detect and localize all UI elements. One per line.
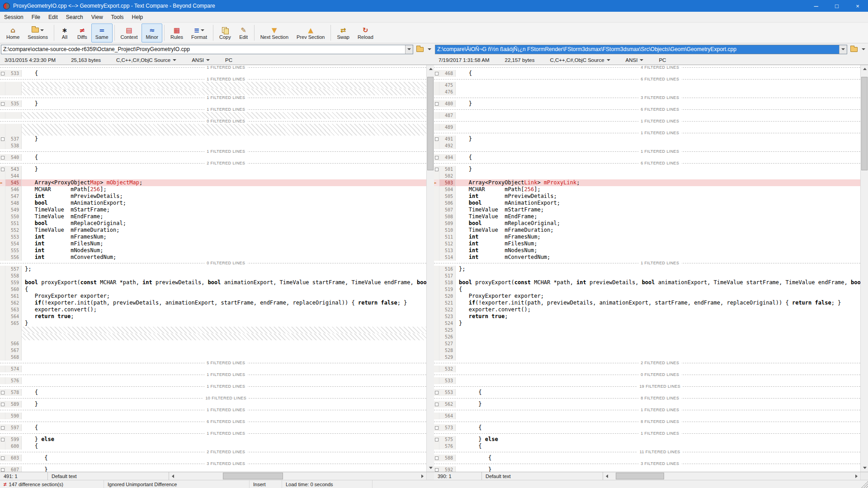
right-vertical-scrollbar[interactable]	[860, 65, 868, 472]
code-line[interactable]: 599 } else	[0, 436, 426, 443]
filtered-lines-separator[interactable]: 1 FILTERED LINES	[0, 95, 426, 100]
filtered-lines-separator[interactable]: 3 FILTERED LINES	[434, 461, 860, 466]
reload-button[interactable]: ↻Reload	[354, 23, 377, 42]
filtered-lines-separator[interactable]: 0 FILTERED LINES	[0, 119, 426, 124]
code-line[interactable]: 590	[0, 413, 426, 419]
code-line[interactable]: 487	[434, 112, 860, 119]
code-line[interactable]: 503 Array<ProxyObjectLink> mProxyLink;	[434, 179, 860, 186]
scroll-right-icon[interactable]	[419, 472, 426, 480]
filtered-lines-separator[interactable]: 6 FILTERED LINES	[434, 77, 860, 82]
code-line[interactable]: 597 {	[0, 424, 426, 431]
filtered-lines-separator[interactable]: 1 FILTERED LINES	[0, 372, 426, 377]
code-line[interactable]: 544	[0, 173, 426, 179]
scroll-left-icon[interactable]	[603, 472, 611, 480]
menu-item-view[interactable]: View	[87, 13, 107, 22]
code-line[interactable]: 508 TimeValue mEndFrame;	[434, 213, 860, 220]
filtered-lines-separator[interactable]: 1 FILTERED LINES	[434, 431, 860, 436]
code-line[interactable]: 535 }	[0, 100, 426, 107]
code-line[interactable]: 532	[434, 366, 860, 372]
code-line[interactable]: 507 TimeValue mStartFrame;	[434, 206, 860, 213]
code-line[interactable]: 575 } else	[434, 436, 860, 443]
filtered-lines-separator[interactable]: 2 FILTERED LINES	[0, 450, 426, 455]
right-path-input[interactable]	[435, 45, 839, 54]
code-line[interactable]: 588 {	[434, 455, 860, 461]
code-line[interactable]: 480 }	[434, 100, 860, 107]
next-section-button[interactable]: ▼Next Section	[256, 23, 292, 42]
filtered-lines-separator[interactable]: 1 FILTERED LINES	[434, 261, 860, 266]
filtered-lines-separator[interactable]: 4 FILTERED LINES	[434, 65, 860, 70]
code-line[interactable]: 551 bool mReplaceOriginal;	[0, 220, 426, 227]
left-horizontal-scrollbar[interactable]	[169, 472, 426, 480]
code-line[interactable]: 554 int mFilesNum;	[0, 240, 426, 247]
code-line[interactable]: 576 {	[434, 443, 860, 450]
menu-item-session[interactable]: Session	[0, 13, 28, 22]
code-line[interactable]: 563 exporter.convert();	[0, 306, 426, 313]
code-line[interactable]: 502	[434, 173, 860, 179]
code-line[interactable]: 547 int mPreviewDetails;	[0, 193, 426, 200]
code-line[interactable]: 526	[434, 333, 860, 340]
context-button[interactable]: ▤Context	[117, 23, 142, 42]
right-path-dropdown-icon[interactable]	[839, 45, 847, 54]
right-code-pane[interactable]: 4 FILTERED LINES468 {6 FILTERED LINES475…	[434, 65, 860, 472]
code-line[interactable]: 553 {	[434, 389, 860, 396]
code-line[interactable]: 553 int mFramesNum;	[0, 234, 426, 240]
code-line[interactable]: 556 int mConvertedNum;	[0, 254, 426, 261]
code-line[interactable]: 533	[434, 377, 860, 384]
scroll-right-icon[interactable]	[853, 472, 860, 480]
maximize-button[interactable]: □	[826, 0, 847, 12]
filtered-lines-separator[interactable]: 11 FILTERED LINES	[434, 450, 860, 455]
code-line[interactable]: 509 bool mReplaceOriginal;	[434, 220, 860, 227]
right-scroll-thumb[interactable]	[861, 77, 868, 171]
right-hscroll-thumb[interactable]	[616, 473, 664, 479]
filtered-lines-separator[interactable]: 1 FILTERED LINES	[434, 149, 860, 154]
left-browse-caret-icon[interactable]	[427, 45, 432, 54]
code-line[interactable]: 520 ProxyExporter exporter;	[434, 293, 860, 300]
code-line[interactable]: 568	[0, 354, 426, 361]
home-button[interactable]: ⌂Home	[2, 23, 24, 42]
code-line[interactable]: 565}	[0, 320, 426, 327]
filtered-lines-separator[interactable]: 1 FILTERED LINES	[0, 65, 426, 70]
scroll-down-icon[interactable]	[427, 464, 434, 472]
code-line[interactable]: 523 return true;	[434, 313, 860, 320]
code-line[interactable]: 468 {	[434, 70, 860, 77]
left-code-pane[interactable]: 1 FILTERED LINES533 {1 FILTERED LINES1 F…	[0, 65, 426, 472]
diffs-button[interactable]: ≠Diffs	[73, 23, 91, 42]
left-browse-folder-icon[interactable]	[415, 45, 425, 54]
filtered-lines-separator[interactable]: 1 FILTERED LINES	[434, 131, 860, 136]
swap-button[interactable]: ⇄Swap	[333, 23, 354, 42]
left-vertical-scrollbar[interactable]	[426, 65, 434, 472]
filtered-lines-separator[interactable]: 5 FILTERED LINES	[0, 361, 426, 366]
code-line[interactable]: 540 {	[0, 154, 426, 161]
left-encoding-select[interactable]: ANSI	[192, 57, 210, 63]
filtered-lines-separator[interactable]: 0 FILTERED LINES	[0, 261, 426, 266]
copy-button[interactable]: Copy	[215, 23, 235, 42]
scroll-left-icon[interactable]	[169, 472, 177, 480]
resize-grip[interactable]	[860, 480, 868, 488]
code-line[interactable]: 549 TimeValue mStartFrame;	[0, 206, 426, 213]
filtered-lines-separator[interactable]: 6 FILTERED LINES	[434, 107, 860, 112]
left-scroll-thumb[interactable]	[427, 77, 434, 171]
code-line[interactable]: 567	[0, 347, 426, 354]
code-line[interactable]: 501 }	[434, 166, 860, 173]
left-hscroll-thumb[interactable]	[223, 473, 283, 479]
filtered-lines-separator[interactable]: 0 FILTERED LINES	[434, 372, 860, 377]
menu-item-file[interactable]: File	[28, 13, 44, 22]
code-line[interactable]: 528	[434, 347, 860, 354]
scroll-up-icon[interactable]	[861, 65, 868, 73]
scroll-up-icon[interactable]	[427, 65, 434, 73]
filtered-lines-separator[interactable]: 1 FILTERED LINES	[434, 408, 860, 413]
filtered-lines-separator[interactable]: 19 FILTERED LINES	[434, 384, 860, 389]
code-line[interactable]: 566	[0, 340, 426, 347]
code-line[interactable]: 522 exporter.convert();	[434, 306, 860, 313]
menu-item-tools[interactable]: Tools	[107, 13, 128, 22]
code-line[interactable]: 525	[434, 327, 860, 333]
code-line[interactable]: 512 int mFilesNum;	[434, 240, 860, 247]
code-line[interactable]: 489	[434, 124, 860, 131]
scroll-down-icon[interactable]	[861, 464, 868, 472]
minor-button[interactable]: ≈Minor	[142, 23, 162, 42]
code-line[interactable]: 607 }	[0, 466, 426, 472]
left-path-input[interactable]	[1, 45, 405, 54]
right-encoding-select[interactable]: ANSI	[626, 57, 644, 63]
code-line[interactable]: 560{	[0, 286, 426, 293]
code-line[interactable]: 492	[434, 142, 860, 149]
